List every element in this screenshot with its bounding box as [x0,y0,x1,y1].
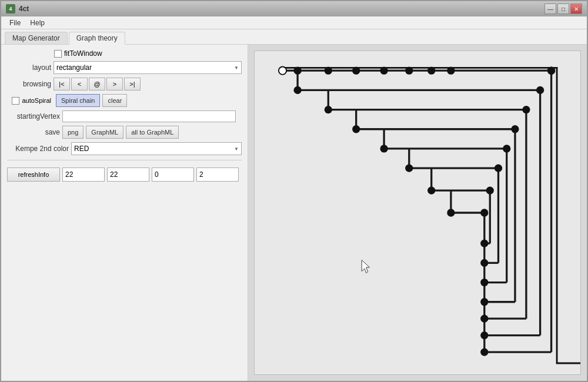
save-label: save [7,128,60,136]
refresh-info-button[interactable]: refreshInfo [7,167,60,182]
svg-point-35 [405,67,413,75]
title-bar-left: 4 4ct [6,4,29,14]
svg-marker-61 [362,260,369,273]
fit-to-window-label: fitToWindow [64,49,102,58]
window-controls: — □ ✕ [544,4,582,14]
window-title: 4ct [19,5,29,13]
svg-point-37 [447,67,455,75]
svg-point-54 [480,348,488,356]
save-png-button[interactable]: png [62,126,83,139]
right-panel [248,45,587,381]
svg-point-45 [486,186,494,194]
minimize-button[interactable]: — [544,4,556,14]
clear-button[interactable]: clear [102,94,127,107]
save-graphml-button[interactable]: GraphML [86,126,123,139]
nav-last-button[interactable]: >| [124,78,141,91]
menu-file[interactable]: File [5,18,25,28]
nav-next-button[interactable]: > [106,78,123,91]
kempe-dropdown[interactable]: RED ▼ [71,142,242,155]
starting-vertex-label: startingVertex [7,112,60,120]
tabs-bar: Map Generator Graph theory [1,29,587,45]
layout-dropdown[interactable]: rectangular ▼ [54,61,242,74]
layout-value: rectangular [56,63,92,72]
svg-point-42 [511,125,519,133]
svg-point-60 [480,240,488,247]
svg-point-44 [495,165,502,172]
kempe-row: Kempe 2nd color RED ▼ [7,142,242,155]
nav-at-button[interactable]: @ [89,78,105,91]
info-field-4: 2 [196,167,239,182]
svg-point-46 [480,209,488,216]
spiral-chain-button[interactable]: Spiral chain [56,94,100,107]
browsing-label: browsing [7,80,51,88]
graph-canvas [254,51,581,375]
main-window: 4 4ct — □ ✕ File Help Map Generator Grap… [0,0,588,382]
info-field-3: 0 [152,167,194,182]
starting-vertex-row: startingVertex default [7,110,242,122]
svg-point-39 [547,67,555,75]
svg-point-36 [427,67,435,75]
svg-point-49 [352,125,360,133]
kempe-value: RED [74,145,89,153]
nav-buttons-group: |< < @ > >| [54,78,141,91]
svg-point-31 [293,67,301,75]
svg-point-48 [325,106,332,113]
title-bar: 4 4ct — □ ✕ [1,1,587,16]
svg-point-57 [480,298,488,306]
kempe-dropdown-arrow: ▼ [234,146,239,152]
svg-point-50 [380,145,387,152]
svg-point-34 [380,67,387,75]
auto-spiral-checkbox[interactable] [12,97,19,105]
svg-point-43 [503,145,510,152]
svg-point-33 [352,67,360,75]
svg-point-56 [480,315,488,323]
maximize-button[interactable]: □ [557,4,569,14]
nav-first-button[interactable]: |< [54,78,70,91]
layout-row: layout rectangular ▼ [7,61,242,74]
svg-point-52 [427,186,435,194]
menu-help[interactable]: Help [25,18,49,28]
auto-spiral-label: autoSpiral [22,97,51,104]
app-icon: 4 [6,4,15,14]
svg-point-53 [447,209,455,216]
fit-to-window-row: fitToWindow [7,49,242,58]
svg-point-58 [480,279,488,286]
svg-point-32 [325,67,332,75]
menu-bar: File Help [1,16,587,29]
starting-vertex-input[interactable]: default [62,110,236,122]
svg-point-40 [536,86,544,94]
svg-point-59 [480,259,488,267]
save-all-graphml-button[interactable]: all to GraphML [126,126,179,139]
tab-graph-theory[interactable]: Graph theory [69,32,125,45]
layout-dropdown-arrow: ▼ [234,65,239,71]
svg-point-41 [522,106,530,113]
browsing-row: browsing |< < @ > >| [7,78,242,91]
fit-to-window-checkbox[interactable] [54,50,62,58]
info-field-2: 22 [107,167,149,182]
layout-label: layout [7,63,51,72]
left-panel: fitToWindow layout rectangular ▼ browsin… [1,45,248,381]
close-button[interactable]: ✕ [570,4,582,14]
svg-point-30 [279,67,286,75]
nav-prev-button[interactable]: < [71,78,88,91]
spiral-row: autoSpiral Spiral chain clear [7,94,242,107]
svg-point-55 [480,331,488,339]
main-content: fitToWindow layout rectangular ▼ browsin… [1,45,587,381]
svg-point-51 [405,165,413,172]
info-field-1: 22 [62,167,105,182]
refresh-row: refreshInfo 22 22 0 2 [7,167,242,182]
graph-svg [255,51,580,374]
save-row: save png GraphML all to GraphML [7,126,242,139]
tab-map-generator[interactable]: Map Generator [5,32,68,44]
cursor [362,260,369,273]
separator [7,160,242,160]
kempe-label: Kempe 2nd color [7,145,69,153]
svg-point-47 [293,86,301,94]
